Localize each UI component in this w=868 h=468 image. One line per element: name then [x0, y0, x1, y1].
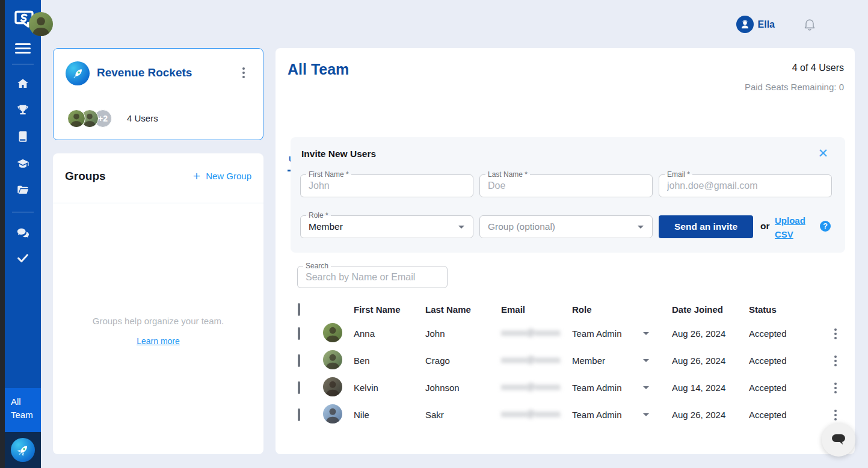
rocket-logo-icon[interactable] — [11, 438, 35, 462]
role-value: Team Admin — [572, 383, 622, 393]
email-field[interactable]: Email * — [659, 174, 832, 197]
chevron-down-icon — [458, 226, 464, 229]
select-all-checkbox[interactable] — [298, 303, 300, 316]
sidebar-divider — [12, 64, 34, 64]
col-email: Email — [501, 304, 572, 315]
row-kebab-menu-icon[interactable] — [825, 328, 845, 339]
learn-more-link[interactable]: Learn more — [137, 336, 180, 346]
email-input[interactable] — [667, 175, 825, 197]
search-field[interactable]: Search — [297, 266, 448, 288]
cell-role-select[interactable]: Team Admin — [572, 328, 672, 339]
new-group-button[interactable]: + New Group — [193, 171, 251, 181]
row-avatar — [323, 404, 342, 423]
group-placeholder: Group (optional) — [488, 221, 555, 232]
role-select[interactable]: Role * Member — [300, 215, 473, 238]
check-icon[interactable] — [16, 251, 29, 265]
page-title: All Team — [288, 61, 349, 78]
team-card-kebab-menu-icon[interactable] — [242, 66, 245, 80]
cell-last-name: Johnson — [425, 383, 501, 393]
sidebar: All Team — [5, 0, 41, 468]
cell-first-name: Ben — [354, 356, 425, 366]
cell-email-blurred: xxxxxx@xxxxxx.xx — [501, 355, 561, 365]
upload-csv-link[interactable]: Upload CSV — [775, 214, 811, 241]
role-value: Team Admin — [572, 410, 622, 420]
first-name-input[interactable] — [309, 175, 467, 197]
row-checkbox[interactable] — [298, 381, 300, 394]
row-avatar — [323, 350, 342, 369]
chat-bubble-icon — [830, 433, 847, 447]
row-avatar — [323, 377, 342, 396]
row-kebab-menu-icon[interactable] — [825, 383, 845, 393]
row-kebab-menu-icon[interactable] — [825, 410, 845, 420]
user-avatar[interactable] — [29, 12, 53, 36]
chevron-down-icon — [643, 359, 649, 362]
user-count: 4 of 4 Users — [792, 63, 844, 73]
row-checkbox[interactable] — [298, 327, 300, 340]
role-label: Role * — [306, 211, 331, 220]
last-name-field[interactable]: Last Name * — [479, 174, 653, 197]
book-icon[interactable] — [16, 130, 29, 143]
invite-new-users-panel: Invite New Users ✕ First Name * Last Nam… — [291, 137, 845, 253]
new-group-label: New Group — [206, 171, 251, 181]
row-checkbox[interactable] — [298, 408, 300, 421]
chat-icon[interactable] — [16, 226, 29, 239]
chevron-down-icon — [643, 413, 649, 416]
app-window: All Team Ella Revenue Rockets — [0, 0, 868, 468]
groups-divider — [53, 203, 263, 203]
table-header-row: First Name Last Name Email Role Date Joi… — [298, 298, 845, 320]
or-label: or — [760, 221, 770, 232]
team-card: Revenue Rockets +2 4 Users — [53, 48, 263, 140]
cell-last-name: Crago — [425, 356, 501, 366]
close-icon[interactable]: ✕ — [817, 147, 828, 160]
role-selected-value: Member — [309, 221, 343, 232]
row-checkbox[interactable] — [298, 354, 300, 367]
sidebar-footer — [5, 432, 41, 468]
ella-assistant-icon — [736, 16, 754, 33]
team-logo-icon — [66, 61, 90, 85]
row-kebab-menu-icon[interactable] — [825, 356, 845, 366]
role-value: Team Admin — [572, 328, 622, 339]
chat-fab-button[interactable] — [822, 423, 855, 457]
hamburger-menu-icon[interactable] — [15, 43, 31, 54]
graduation-cap-icon[interactable] — [16, 158, 29, 171]
cell-date-joined: Aug 26, 2024 — [672, 410, 749, 420]
window-edge-strip — [0, 0, 5, 468]
cell-role-select[interactable]: Team Admin — [572, 383, 672, 393]
row-avatar — [323, 323, 342, 342]
col-role: Role — [572, 304, 672, 315]
home-icon[interactable] — [16, 77, 29, 90]
send-invite-button[interactable]: Send an invite — [659, 215, 753, 238]
col-status: Status — [749, 304, 825, 315]
cell-date-joined: Aug 14, 2024 — [672, 383, 749, 393]
sidebar-item-all-team[interactable]: All Team — [5, 388, 41, 432]
table-row: Kelvin Johnson xxxxxx@xxxxxx.xx Team Adm… — [298, 374, 845, 401]
cell-first-name: Anna — [354, 328, 425, 339]
first-name-field[interactable]: First Name * — [300, 174, 473, 197]
ella-assistant-label: Ella — [758, 19, 775, 30]
groups-title: Groups — [65, 170, 106, 183]
help-icon[interactable]: ? — [820, 221, 831, 232]
notifications-bell-icon[interactable] — [802, 17, 817, 32]
cell-status: Accepted — [749, 356, 825, 366]
search-input[interactable] — [306, 266, 441, 288]
team-name: Revenue Rockets — [97, 66, 192, 79]
trophy-icon[interactable] — [16, 103, 29, 117]
cell-last-name: John — [425, 328, 501, 339]
cell-role-select[interactable]: Member — [572, 356, 672, 366]
last-name-input[interactable] — [488, 175, 646, 197]
main-panel: All Team 4 of 4 Users Paid Seats Remaini… — [275, 48, 855, 454]
cell-role-select[interactable]: Team Admin — [572, 410, 672, 420]
col-first-name: First Name — [354, 304, 425, 315]
member-avatar — [67, 109, 85, 128]
folder-icon[interactable] — [16, 183, 29, 197]
role-value: Member — [572, 356, 605, 366]
table-row: Anna John xxxxxx@xxxxxx.xx Team Admin Au… — [298, 320, 845, 347]
cell-status: Accepted — [749, 328, 825, 339]
group-select[interactable]: Group (optional) — [479, 215, 653, 238]
sidebar-active-label: All Team — [11, 396, 33, 420]
cell-status: Accepted — [749, 410, 825, 420]
plus-icon: + — [193, 171, 200, 180]
users-table: First Name Last Name Email Role Date Joi… — [291, 298, 845, 428]
ella-assistant-button[interactable]: Ella — [736, 16, 775, 33]
chevron-down-icon — [643, 332, 649, 335]
